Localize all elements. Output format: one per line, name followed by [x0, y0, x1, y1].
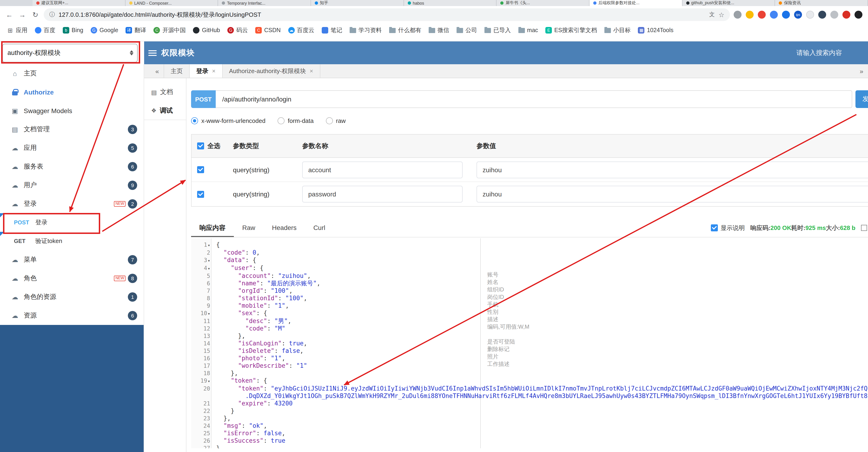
fold-icon[interactable]: ▾ [208, 266, 210, 271]
bookmark-item[interactable]: ☁百度云 [285, 25, 317, 36]
sidebar-item-登录[interactable]: ☁登录NEW2 [0, 195, 144, 213]
sidebar-endpoint-get[interactable]: GET验证token [0, 232, 144, 250]
sidebar-item-角色的资源[interactable]: ☁角色的资源1 [0, 288, 144, 306]
show-description-checkbox[interactable] [711, 224, 718, 231]
pinwheel-extension-icon[interactable] [842, 11, 850, 19]
module-select[interactable]: authority-权限模块 [2, 44, 137, 62]
doc-nav-文档[interactable]: ▤文档 [144, 83, 186, 102]
clock-extension-icon[interactable] [746, 11, 754, 19]
sidebar-item-用户[interactable]: ☁用户9 [0, 176, 144, 195]
ips-extension-icon[interactable]: ips [794, 11, 802, 19]
bookmark-item[interactable]: CCSDN [252, 25, 284, 36]
scissors-extension-icon[interactable] [758, 11, 766, 19]
bookmark-item[interactable]: EES搜索引擎文档 [542, 25, 600, 36]
param-name-input[interactable]: account [302, 161, 463, 178]
bookmark-item[interactable]: mac [515, 25, 541, 36]
shield-extension-icon[interactable] [818, 11, 826, 19]
send-button[interactable]: 发送 [856, 90, 868, 108]
sidebar-item-文档管理[interactable]: ▤文档管理3 [0, 120, 144, 139]
browser-tab[interactable]: habos [404, 0, 497, 6]
content-tab[interactable]: 登录× [190, 64, 222, 78]
bookmark-item[interactable]: 小目标 [601, 25, 634, 36]
param-name-input[interactable]: password [302, 186, 463, 202]
param-value-input[interactable]: zuihou [476, 161, 868, 178]
browser-tab[interactable]: Temporary Interfac... [218, 0, 311, 6]
bookmark-item[interactable]: GitHub [190, 25, 223, 36]
sidebar-item-主页[interactable]: ⌂主页 [0, 64, 144, 83]
bookmark-item[interactable]: C开源中国 [150, 25, 189, 36]
select-all-checkbox[interactable] [197, 142, 204, 149]
bookmark-item[interactable]: 译翻译 [123, 25, 150, 36]
bookmark-item[interactable]: 百度 [32, 25, 59, 36]
dark-extension-icon[interactable] [855, 11, 862, 19]
tab-close-icon[interactable]: × [310, 67, 313, 75]
bookmark-item[interactable]: 什么都有 [386, 25, 425, 36]
bookmark-item[interactable]: 已导入 [481, 25, 514, 36]
content-type-radio[interactable]: form-data [278, 117, 314, 124]
browser-tab[interactable]: 建议互联网+... [33, 0, 125, 6]
response-tab[interactable]: Curl [305, 219, 334, 237]
bookmark-item[interactable]: 公司 [453, 25, 480, 36]
blue-dot-extension-icon[interactable] [782, 11, 790, 19]
fold-icon[interactable]: ▾ [208, 311, 210, 316]
browser-tab[interactable]: 保险资讯 [775, 0, 868, 6]
row-checkbox[interactable] [197, 191, 204, 198]
fold-icon[interactable]: ▾ [208, 379, 210, 384]
address-bar[interactable]: ⓘ 127.0.0.1:8760/api/gate/doc.html#/auth… [44, 8, 730, 21]
row-checkbox[interactable] [197, 166, 204, 173]
bookmark-item[interactable]: 微信 [425, 25, 453, 36]
browser-tab[interactable]: LAND - Composer... [125, 0, 218, 6]
browser-tab[interactable]: github_push安装和使... [682, 0, 775, 6]
fullscreen-icon[interactable] [861, 225, 867, 231]
url-text[interactable]: 127.0.0.1:8760/api/gate/doc.html#/author… [59, 10, 706, 19]
hamburger-icon[interactable] [148, 50, 157, 56]
sidebar-item-资源[interactable]: ☁资源6 [0, 306, 144, 325]
tab-close-icon[interactable]: × [212, 67, 216, 75]
snip-extension-icon[interactable] [830, 11, 838, 19]
bookmark-item[interactable]: 笔记 [318, 25, 345, 36]
content-tab[interactable]: Authorize-authority-权限模块× [222, 64, 320, 78]
sidebar-endpoint-post[interactable]: POST登录 [0, 213, 144, 232]
browser-tab[interactable]: 犀牛书《头... [497, 0, 590, 6]
chrome-extension-icon[interactable] [770, 11, 778, 19]
content-type-radio[interactable]: x-www-form-urlencoded [191, 117, 266, 124]
request-url-input[interactable]: /api/authority/anno/login [216, 90, 852, 108]
translate-icon[interactable]: 文 [709, 11, 715, 19]
response-tab[interactable]: 响应内容 [191, 219, 234, 237]
bookmark-item[interactable]: G码云 [224, 25, 251, 36]
bookmark-item[interactable]: bBing [60, 25, 87, 36]
response-json-viewer[interactable]: 1▾{2 "code": 0,3▾ "data": {4▾ "user": {5… [191, 238, 868, 448]
sidebar-item-角色[interactable]: ☁角色NEW8 [0, 269, 144, 288]
sidebar-item-label: 菜单 [24, 256, 37, 264]
response-tab[interactable]: Raw [234, 219, 264, 237]
reload-icon[interactable]: ↻ [31, 10, 40, 19]
bookmark-item[interactable]: 学习资料 [346, 25, 385, 36]
bookmark-item[interactable]: ▦1024Tools [635, 25, 677, 36]
sidebar-item-服务表[interactable]: ☁服务表6 [0, 157, 144, 176]
screenshot-extension-icon[interactable] [734, 11, 742, 19]
param-value-input[interactable]: zuihou [476, 186, 868, 202]
light-extension-icon[interactable] [806, 11, 814, 19]
sidebar-item-菜单[interactable]: ☁菜单7 [0, 250, 144, 269]
page-info-icon[interactable]: ⓘ [49, 11, 55, 19]
sidebar-item-应用[interactable]: ☁应用5 [0, 139, 144, 157]
back-icon[interactable]: ← [5, 11, 14, 19]
tabs-scroll-left-icon[interactable]: « [151, 64, 164, 78]
bookmark-item[interactable]: GGoogle [87, 25, 122, 36]
browser-tab[interactable]: 后端权限参数对接处... [590, 0, 682, 6]
show-description-toggle[interactable]: 显示说明 [711, 224, 745, 232]
response-tab[interactable]: Headers [264, 219, 305, 237]
bookmark-star-icon[interactable]: ☆ [718, 11, 724, 19]
content-type-radio[interactable]: raw [326, 117, 346, 124]
fold-icon[interactable]: ▾ [208, 243, 210, 248]
forward-icon[interactable]: → [18, 11, 27, 19]
fold-icon[interactable]: ▾ [208, 258, 210, 263]
doc-nav-调试[interactable]: ❖调试 [144, 102, 186, 120]
browser-tab[interactable]: 知乎 [311, 0, 404, 6]
tabs-scroll-right-icon[interactable]: » [855, 64, 868, 78]
header-search-input[interactable]: 请输入搜索内容 [797, 49, 842, 57]
sidebar-item-Swagger Models[interactable]: ▣Swagger Models [0, 102, 144, 120]
bookmark-item[interactable]: ⊞应用 [4, 25, 31, 36]
sidebar-item-Authorize[interactable]: Authorize [0, 83, 144, 102]
content-tab[interactable]: 主页 [164, 64, 190, 78]
